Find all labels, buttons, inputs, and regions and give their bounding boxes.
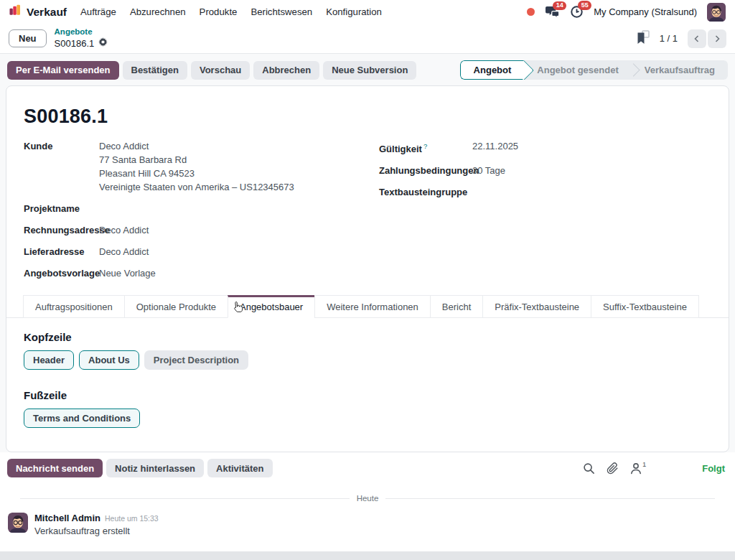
field-label: Zahlungsbedingungen	[379, 164, 472, 177]
date-divider-label: Heute	[357, 494, 379, 503]
activities-button[interactable]: Aktivitäten	[207, 459, 272, 477]
send-by-email-button[interactable]: Per E-Mail versenden	[7, 61, 119, 80]
bookmark-icon[interactable]	[636, 30, 650, 47]
author-avatar	[8, 513, 28, 533]
header-section-title: Kopfzeile	[24, 331, 711, 343]
tab-praefix-textbausteine[interactable]: Präfix-Textbausteine	[482, 295, 591, 318]
message-body: Verkaufsauftrag erstellt	[34, 526, 159, 536]
tab-bericht[interactable]: Bericht	[430, 295, 483, 318]
tab-weitere-informationen[interactable]: Weitere Informationen	[314, 295, 431, 318]
messages-badge: 14	[553, 1, 566, 11]
following-toggle[interactable]: Folgt	[702, 463, 725, 474]
date-divider: Heute	[7, 494, 728, 503]
projektname-input[interactable]	[99, 202, 356, 215]
message-timestamp: Heute um 15:33	[105, 514, 159, 523]
record-title: S00186.1	[24, 106, 711, 128]
activities-badge: 55	[578, 1, 591, 10]
field-grid: Kunde Deco Addict 77 Santa Barbara Rd Pl…	[24, 139, 711, 288]
block-header-button[interactable]: Header	[24, 350, 74, 370]
company-switcher[interactable]: My Company (Stralsund)	[594, 6, 697, 17]
field-label: Kunde	[24, 139, 99, 194]
field-rechnungsadresse: Rechnungsadresse Deco Addict	[24, 223, 356, 237]
user-avatar[interactable]	[707, 3, 726, 22]
chatter-message: Mitchell Admin Heute um 15:33 Verkaufsau…	[7, 513, 728, 536]
customer-link[interactable]: Deco Addict	[99, 139, 356, 153]
new-subversion-button[interactable]: Neue Subversion	[323, 61, 416, 80]
field-label: Projektname	[24, 202, 99, 215]
breadcrumb-parent-link[interactable]: Angebote	[55, 27, 108, 37]
notebook: Auftragspositionen Optionale Produkte An…	[6, 295, 729, 428]
notebook-tabs: Auftragspositionen Optionale Produkte An…	[6, 295, 729, 318]
bottom-scrollbar-track[interactable]	[0, 551, 735, 560]
pager-next-button[interactable]	[708, 29, 726, 48]
status-step-verkaufsauftrag[interactable]: Verkaufsauftrag	[632, 60, 728, 80]
control-panel-right: 1 / 1	[636, 29, 726, 48]
new-button[interactable]: Neu	[9, 29, 47, 47]
followers-count: 1	[642, 460, 646, 468]
breadcrumb: Angebote S00186.1	[55, 27, 108, 50]
field-angebotsvorlage: Angebotsvorlage Neue Vorlage	[24, 266, 356, 280]
gear-icon[interactable]	[98, 37, 108, 50]
tab-angebotsbauer[interactable]: Angebotsbauer	[228, 295, 315, 318]
nav-berichtswesen[interactable]: Berichtswesen	[251, 6, 312, 17]
block-terms-and-conditions-button[interactable]: Terms and Conditions	[24, 409, 140, 428]
block-about-us-button[interactable]: About Us	[79, 350, 139, 370]
nav-abzurechnen[interactable]: Abzurechnen	[130, 6, 186, 17]
nav-auftraege[interactable]: Aufträge	[80, 6, 116, 17]
control-panel: Neu Angebote S00186.1 1 / 1	[0, 24, 735, 54]
chatter: Nachricht senden Notiz hinterlassen Akti…	[0, 452, 735, 551]
customer-address-line: Pleasant Hill CA 94523	[99, 167, 356, 180]
field-lieferadresse: Lieferadresse Deco Addict	[24, 245, 356, 258]
delivery-address-link[interactable]: Deco Addict	[99, 245, 356, 258]
field-label: Rechnungsadresse	[24, 223, 99, 237]
message-author[interactable]: Mitchell Admin	[34, 513, 100, 523]
log-note-button[interactable]: Notiz hinterlassen	[106, 459, 204, 477]
snippet-group-input[interactable]	[472, 185, 711, 199]
attachments-paperclip-icon[interactable]	[607, 462, 619, 475]
followers-icon[interactable]: 1	[630, 462, 646, 475]
field-gueltigkeit: Gültigkeit? 22.11.2025	[379, 139, 711, 156]
field-projektname: Projektname	[24, 202, 356, 215]
search-messages-icon[interactable]	[583, 462, 595, 475]
field-label: Lieferadresse	[24, 245, 99, 258]
send-message-button[interactable]: Nachricht senden	[7, 459, 103, 477]
activities-clock-icon[interactable]: 55	[570, 5, 584, 19]
cancel-button[interactable]: Abbrechen	[253, 61, 319, 80]
breadcrumb-current: S00186.1	[55, 38, 95, 50]
recording-indicator-icon[interactable]	[527, 8, 535, 16]
field-label: Textbausteingruppe	[379, 185, 472, 199]
top-nav-bar: Verkauf Aufträge Abzurechnen Produkte Be…	[0, 0, 735, 24]
quotation-builder-content: Kopfzeile Header About Us Project Descri…	[6, 318, 729, 428]
messages-icon[interactable]: 14	[545, 6, 560, 19]
nav-konfiguration[interactable]: Konfiguration	[326, 6, 382, 17]
field-textbausteingruppe: Textbausteingruppe	[379, 185, 711, 199]
field-label: Gültigkeit	[379, 144, 422, 154]
main-area: Per E-Mail versenden Bestätigen Vorschau…	[0, 54, 735, 452]
status-step-angebot[interactable]: Angebot	[460, 60, 525, 80]
statusbar: Angebot Angebot gesendet Verkaufsauftrag	[460, 60, 728, 80]
top-nav-right: 14 55 My Company (Stralsund)	[527, 3, 726, 22]
pager-previous-button[interactable]	[688, 29, 706, 48]
footer-section-title: Fußzeile	[24, 389, 711, 401]
tab-optionale-produkte[interactable]: Optionale Produkte	[124, 295, 228, 318]
pager-counter[interactable]: 1 / 1	[660, 33, 678, 44]
sales-app-icon	[9, 4, 22, 19]
confirm-button[interactable]: Bestätigen	[123, 61, 187, 80]
customer-address-line: 77 Santa Barbara Rd	[99, 153, 356, 167]
nav-produkte[interactable]: Produkte	[200, 6, 238, 17]
block-project-description-button[interactable]: Project Description	[144, 350, 248, 370]
invoice-address-link[interactable]: Deco Addict	[99, 223, 356, 237]
help-tooltip-icon: ?	[423, 142, 427, 150]
validity-date-input[interactable]: 22.11.2025	[472, 139, 711, 156]
tab-suffix-textbausteine[interactable]: Suffix-Textbausteine	[591, 295, 699, 318]
app-menu[interactable]: Verkauf	[9, 4, 67, 19]
status-step-angebot-gesendet[interactable]: Angebot gesendet	[524, 60, 631, 80]
form-header: Per E-Mail versenden Bestätigen Vorschau…	[0, 54, 735, 85]
preview-button[interactable]: Vorschau	[191, 61, 250, 80]
form-sheet: S00186.1 Kunde Deco Addict 77 Santa Barb…	[6, 85, 729, 452]
field-kunde: Kunde Deco Addict 77 Santa Barbara Rd Pl…	[24, 139, 356, 194]
tab-auftragspositionen[interactable]: Auftragspositionen	[23, 295, 125, 318]
payment-terms-link[interactable]: 30 Tage	[472, 164, 711, 177]
quotation-template-link[interactable]: Neue Vorlage	[99, 266, 356, 280]
app-name: Verkauf	[27, 6, 67, 19]
